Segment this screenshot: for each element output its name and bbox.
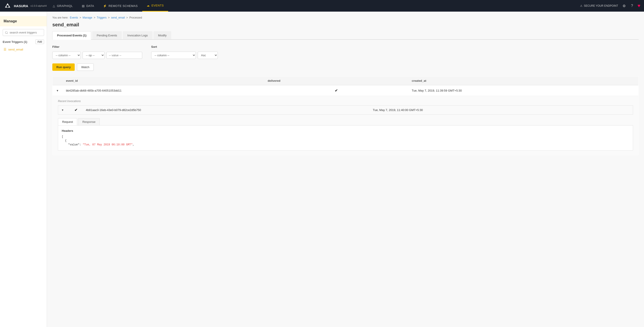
- invocation-id-cell: 4b81aac0-16eb-43e0-b079-d82ce2d5b750: [83, 106, 370, 115]
- tab-processed-events[interactable]: Processed Events (1): [52, 31, 91, 40]
- help-button[interactable]: ?: [630, 3, 634, 9]
- watch-button[interactable]: Watch: [77, 63, 94, 71]
- col-header-delivered: delivered: [264, 76, 408, 85]
- app-body: Manage Event Triggers (1) Add ☰ send_ema…: [0, 11, 644, 327]
- graphiql-icon: △: [53, 4, 55, 7]
- code-line-2: {: [62, 139, 629, 143]
- code-value: "Tue, 07 May 2019 06:10:00 GMT": [83, 143, 132, 146]
- headers-section: Headers [ { "value": "Tue, 07 May 2019 0…: [58, 125, 633, 151]
- code-line-3: "value": "Tue, 07 May 2019 06:10:00 GMT"…: [62, 143, 629, 147]
- tab-invocation-logs[interactable]: Invocation Logs: [123, 31, 152, 39]
- expanded-content: Recent Invocations ▼ ✔: [52, 96, 638, 155]
- nav-data[interactable]: ▤ DATA: [77, 0, 98, 11]
- secure-endpoint-link[interactable]: ⚠ SECURE YOUR ENDPOINT: [580, 4, 618, 7]
- invocation-expand-icon[interactable]: ▼: [61, 109, 64, 112]
- version-label: v1.0.0-alpha44: [30, 4, 47, 7]
- page-title: send_email: [52, 22, 639, 28]
- top-navigation: HASURA v1.0.0-alpha44 △ GRAPHIQL ▤ DATA …: [0, 0, 644, 11]
- invocation-delivered-cell: ✔: [69, 106, 83, 115]
- invocation-table: ▼ ✔ 4b81aac0-16eb-43e0-b079-d82ce2d5b750…: [58, 105, 633, 115]
- invocation-row: ▼ ✔ 4b81aac0-16eb-43e0-b079-d82ce2d5b750…: [58, 106, 633, 115]
- filter-label: Filter: [52, 45, 142, 48]
- brand: HASURA v1.0.0-alpha44: [4, 2, 48, 10]
- sort-order-select[interactable]: Asc Desc: [198, 52, 218, 59]
- table-row: ▼ bb4285ab-db68-485b-a705-64051053dd11 ✔…: [52, 85, 639, 96]
- breadcrumb-processed: Processed: [129, 16, 142, 19]
- list-icon: ☰: [4, 47, 6, 51]
- filter-row: -- column -- -- op --: [52, 52, 142, 59]
- sidebar-section-header: Event Triggers (1) Add: [0, 39, 47, 44]
- heart-icon[interactable]: ♥: [638, 3, 640, 9]
- main-content: You are here: Events > Manage > Triggers…: [47, 11, 644, 327]
- events-icon: ☁: [147, 4, 150, 7]
- nav-right: ⚠ SECURE YOUR ENDPOINT ⚙ ? ♥: [580, 3, 640, 9]
- sidebar-search-container: [0, 29, 47, 36]
- col-header-created-at: created_at: [408, 76, 638, 85]
- breadcrumb-events[interactable]: Events: [70, 16, 78, 19]
- warning-icon: ⚠: [580, 4, 582, 7]
- filter-value-input[interactable]: [106, 52, 142, 59]
- table-body: ▼ bb4285ab-db68-485b-a705-64051053dd11 ✔…: [52, 85, 639, 155]
- delivered-checkmark-icon: ✔: [335, 89, 338, 92]
- code-block: [ { "value": "Tue, 07 May 2019 06:10:00 …: [62, 135, 629, 147]
- events-table: event_id delivered created_at ▼ bb4285ab…: [52, 76, 639, 155]
- filter-column-select[interactable]: -- column --: [52, 52, 81, 59]
- sub-tabs: Request Response: [58, 118, 633, 125]
- remote-schemas-icon: ⚡: [103, 4, 107, 7]
- sub-tab-response[interactable]: Response: [78, 118, 100, 125]
- col-header-expand: [52, 76, 62, 85]
- table-header: event_id delivered created_at: [52, 76, 639, 85]
- sub-tab-request[interactable]: Request: [58, 118, 77, 125]
- expand-arrow-icon[interactable]: ▼: [56, 89, 59, 92]
- run-query-button[interactable]: Run query: [52, 63, 75, 71]
- nav-links: △ GRAPHIQL ▤ DATA ⚡ REMOTE SCHEMAS ☁ EVE…: [48, 0, 580, 11]
- sidebar: Manage Event Triggers (1) Add ☰ send_ema…: [0, 11, 47, 327]
- breadcrumb-send-email[interactable]: send_email: [111, 16, 125, 19]
- tab-bar: Processed Events (1) Pending Events Invo…: [52, 31, 639, 40]
- sort-column-select[interactable]: -- column --: [151, 52, 196, 59]
- action-buttons: Run query Watch: [52, 63, 639, 71]
- svg-point-1: [6, 5, 9, 7]
- sort-section: Sort -- column -- Asc Desc: [151, 45, 218, 59]
- col-header-event-id: event_id: [62, 76, 264, 85]
- recent-invocations-label: Recent Invocations: [58, 100, 633, 103]
- hasura-logo: [4, 2, 12, 10]
- code-line-1: [: [62, 135, 629, 139]
- expanded-row: Recent Invocations ▼ ✔: [52, 96, 639, 155]
- sidebar-item-send-email[interactable]: ☰ send_email: [0, 46, 47, 53]
- invocation-timestamp-cell: Tue, May 7, 2019, 11:40:00 GMT+5:30: [370, 106, 633, 115]
- add-trigger-button[interactable]: Add: [35, 39, 44, 44]
- tab-pending-events[interactable]: Pending Events: [92, 31, 122, 39]
- invocation-checkmark-icon: ✔: [74, 108, 77, 112]
- sidebar-item-label: send_email: [8, 48, 23, 51]
- event-id-cell: bb4285ab-db68-485b-a705-64051053dd11: [62, 85, 264, 96]
- data-icon: ▤: [82, 4, 85, 7]
- filter-sort-row: Filter -- column -- -- op -- Sort -- col…: [52, 45, 639, 59]
- filter-section: Filter -- column -- -- op --: [52, 45, 142, 59]
- breadcrumb-manage[interactable]: Manage: [82, 16, 92, 19]
- event-triggers-label: Event Triggers (1): [3, 40, 27, 43]
- breadcrumb: You are here: Events > Manage > Triggers…: [52, 16, 639, 19]
- settings-button[interactable]: ⚙: [622, 3, 626, 9]
- nav-remote-schemas[interactable]: ⚡ REMOTE SCHEMAS: [98, 0, 142, 11]
- nav-events[interactable]: ☁ EVENTS: [142, 0, 168, 11]
- sort-row: -- column -- Asc Desc: [151, 52, 218, 59]
- expand-cell[interactable]: ▼: [52, 85, 62, 96]
- sort-label: Sort: [151, 45, 218, 48]
- expanded-cell: Recent Invocations ▼ ✔: [52, 96, 639, 155]
- brand-title: HASURA: [14, 4, 28, 8]
- search-input[interactable]: [3, 29, 44, 36]
- created-at-cell: Tue, May 7, 2019, 11:39:59 GMT+5:30: [408, 85, 638, 96]
- breadcrumb-triggers[interactable]: Triggers: [97, 16, 107, 19]
- filter-op-select[interactable]: -- op --: [82, 52, 105, 59]
- nav-graphiql[interactable]: △ GRAPHIQL: [48, 0, 77, 11]
- invocation-expand-cell[interactable]: ▼: [58, 106, 69, 115]
- headers-title: Headers: [62, 129, 629, 132]
- delivered-cell: ✔: [264, 85, 408, 96]
- tab-modify[interactable]: Modify: [154, 31, 171, 39]
- sidebar-manage-label: Manage: [0, 16, 47, 26]
